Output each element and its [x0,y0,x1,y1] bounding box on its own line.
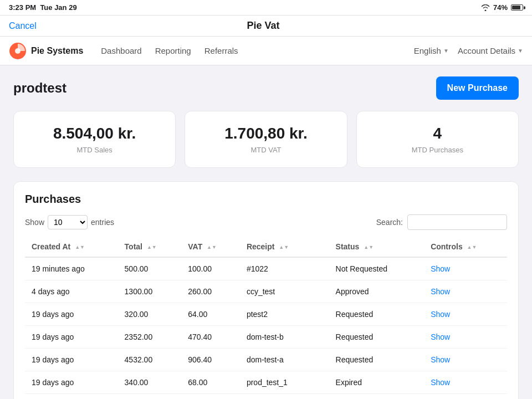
show-entries-control: Show 10 25 50 100 entries [25,215,114,229]
stat-value-mtd-purchases: 4 [368,125,507,142]
status-bar-time-date: 3:23 PM Tue Jan 29 [9,3,77,12]
sort-arrows-status: ▲▼ [364,245,374,250]
cell-receipt: ptest2 [240,303,329,326]
language-dropdown[interactable]: English ▼ [414,46,449,55]
col-controls[interactable]: Controls ▲▼ [424,237,507,257]
stat-label-mtd-purchases: MTD Purchases [368,146,507,154]
cell-status: Requested [329,303,424,326]
account-dropdown[interactable]: Account Details ▼ [458,46,523,55]
table-row: 4 days ago1300.00260.00ccy_testApprovedS… [25,280,507,303]
status-bar: 3:23 PM Tue Jan 29 74% [0,0,532,16]
cell-created_at: 19 days ago [25,371,118,394]
cell-total: 340.00 [118,371,182,394]
table-body: 19 minutes ago500.00100.00#1022Not Reque… [25,257,507,399]
cell-controls[interactable]: Show [424,349,507,371]
cell-controls[interactable]: Show [424,303,507,326]
table-controls: Show 10 25 50 100 entries Search: [25,214,507,230]
show-label: Show [25,218,44,227]
table-row: 19 days ago4532.00906.40dom-test-aReques… [25,349,507,371]
cell-total: 4532.00 [118,349,182,371]
status-bar-right: 74% [481,3,523,12]
sort-arrows-controls: ▲▼ [467,245,477,250]
cell-status: Requested [329,326,424,349]
cell-status: Approved [329,280,424,303]
svg-point-1 [15,48,21,54]
cell-receipt: ccy_test [240,280,329,303]
cell-controls[interactable]: Show [424,257,507,280]
cell-status: Expired [329,371,424,394]
account-label: Account Details [458,46,515,55]
new-purchase-button[interactable]: New Purchase [436,76,519,100]
purchases-title: Purchases [25,193,507,206]
col-receipt[interactable]: Receipt ▲▼ [240,237,329,257]
page-title: prodtest [13,80,66,96]
account-chevron-icon: ▼ [518,48,523,54]
cell-vat: 470.40 [181,326,240,349]
cell-receipt: dom-android-1 [240,394,329,400]
stat-card-mtd-vat: 1.700,80 kr. MTD VAT [185,111,347,168]
stat-label-mtd-sales: MTD Sales [25,146,164,154]
cell-receipt: dom-test-b [240,326,329,349]
stat-value-mtd-sales: 8.504,00 kr. [25,125,164,142]
col-status[interactable]: Status ▲▼ [329,237,424,257]
cell-created_at: 19 days ago [25,349,118,371]
col-total[interactable]: Total ▲▼ [118,237,182,257]
sort-arrows-total: ▲▼ [147,245,157,250]
cell-status: Not Requested [329,257,424,280]
entries-select[interactable]: 10 25 50 100 [48,215,88,229]
cell-controls[interactable]: Show [424,280,507,303]
cell-controls[interactable]: Show [424,326,507,349]
nav-links: Dashboard Reporting Referrals [101,46,413,55]
language-chevron-icon: ▼ [443,48,449,54]
nav-link-reporting[interactable]: Reporting [155,46,191,55]
table-header: Created At ▲▼ Total ▲▼ VAT ▲▼ Receipt ▲▼ [25,237,507,257]
cell-vat: 68.00 [181,371,240,394]
cell-vat: 100.00 [181,257,240,280]
cancel-bar: Cancel Pie Vat [0,16,532,37]
cell-created_at: a month ago [25,394,118,400]
search-input[interactable] [407,214,507,230]
cell-total: 4354.00 [118,394,182,400]
sort-arrows-vat: ▲▼ [207,245,217,250]
col-created-at[interactable]: Created At ▲▼ [25,237,118,257]
cancel-button[interactable]: Cancel [9,21,37,31]
battery-icon [511,4,523,11]
cell-vat: 260.00 [181,280,240,303]
cell-vat: 906.40 [181,349,240,371]
stat-value-mtd-vat: 1.700,80 kr. [196,125,335,142]
stat-label-mtd-vat: MTD VAT [196,146,335,154]
battery-percent: 74% [493,3,508,12]
cell-controls[interactable]: Show [424,371,507,394]
cell-total: 2352.00 [118,326,182,349]
cell-total: 1300.00 [118,280,182,303]
stats-row: 8.504,00 kr. MTD Sales 1.700,80 kr. MTD … [13,111,519,168]
table-row: a month ago4354.00870.80dom-android-1Nee… [25,394,507,400]
cell-created_at: 4 days ago [25,280,118,303]
cell-vat: 870.80 [181,394,240,400]
cell-status: Needs Approval [329,394,424,400]
nav: Pie Systems Dashboard Reporting Referral… [0,37,532,65]
table-row: 19 days ago340.0068.00prod_test_1Expired… [25,371,507,394]
table-row: 19 minutes ago500.00100.00#1022Not Reque… [25,257,507,280]
cell-total: 500.00 [118,257,182,280]
table-row: 19 days ago320.0064.00ptest2RequestedSho… [25,303,507,326]
nav-link-dashboard[interactable]: Dashboard [101,46,141,55]
nav-link-referrals[interactable]: Referrals [204,46,238,55]
status-time: 3:23 PM [9,3,36,12]
cell-created_at: 19 days ago [25,326,118,349]
page-header: prodtest New Purchase [13,76,519,100]
stat-card-mtd-sales: 8.504,00 kr. MTD Sales [13,111,176,168]
stat-card-mtd-purchases: 4 MTD Purchases [356,111,519,168]
nav-right: English ▼ Account Details ▼ [414,46,523,55]
purchases-table: Created At ▲▼ Total ▲▼ VAT ▲▼ Receipt ▲▼ [25,237,507,399]
cell-created_at: 19 days ago [25,303,118,326]
search-label: Search: [376,218,403,227]
cell-receipt: dom-test-a [240,349,329,371]
cell-controls[interactable]: Show [424,394,507,400]
cell-created_at: 19 minutes ago [25,257,118,280]
nav-brand: Pie Systems [9,42,83,60]
brand-logo [9,42,27,60]
col-vat[interactable]: VAT ▲▼ [181,237,240,257]
table-row: 19 days ago2352.00470.40dom-test-bReques… [25,326,507,349]
status-date: Tue Jan 29 [40,3,76,12]
